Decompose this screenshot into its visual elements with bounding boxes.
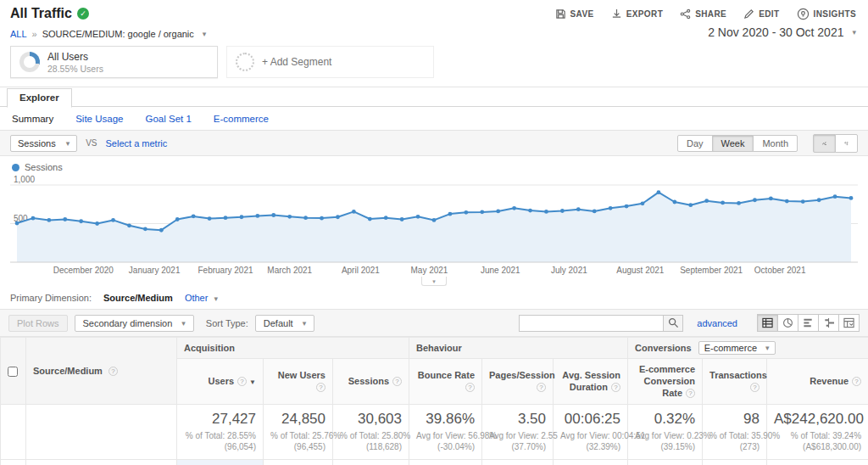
tab-explorer[interactable]: Explorer — [7, 88, 72, 108]
chevron-down-icon: ▾ — [66, 139, 70, 148]
date-range-selector[interactable]: 2 Nov 2020 - 30 Oct 2021 ▾ — [708, 25, 856, 39]
primary-dimension-label: Primary Dimension: — [10, 293, 92, 303]
cell-sessions: 30,603(100.00%) — [333, 460, 409, 465]
granularity-month-button[interactable]: Month — [753, 135, 798, 152]
column-pages-session[interactable]: Pages/Session? — [482, 359, 554, 405]
app-header: All Traffic ✓ SAVE EXPORT SHARE EDIT INS… — [0, 0, 868, 24]
svg-text:October 2021: October 2021 — [754, 266, 806, 275]
performance-view-button[interactable] — [798, 314, 819, 332]
primary-dimension-row: Primary Dimension: Source/Medium Other ▾ — [0, 286, 868, 309]
edit-button[interactable]: EDIT — [743, 8, 779, 20]
column-avg-session-duration[interactable]: Avg. Session Duration? — [554, 359, 628, 405]
svg-text:May 2021: May 2021 — [411, 266, 448, 275]
table-view-toggle — [758, 314, 860, 332]
chevron-down-icon: ▾ — [765, 344, 770, 352]
dimension-column-header[interactable]: Source/Medium ? — [26, 338, 177, 405]
segment-all-users[interactable]: All Users 28.55% Users — [10, 46, 218, 78]
subtab-ecommerce[interactable]: E-commerce — [214, 114, 269, 124]
pivot-icon — [843, 317, 854, 328]
metric-group-header-row: Source/Medium ? Acquisition Behaviour Co… — [1, 338, 868, 359]
annotations-collapse-button[interactable]: ▾ — [421, 277, 447, 286]
help-icon[interactable]: ? — [611, 383, 620, 392]
insights-button[interactable]: INSIGHTS — [797, 8, 856, 20]
total-users: 27,427 % of Total: 28.55% (96,054) — [177, 405, 264, 460]
sessions-chart[interactable]: 5001,000December 2020January 2021Februar… — [0, 172, 868, 277]
help-icon[interactable]: ? — [852, 377, 861, 386]
add-segment-button[interactable]: + Add Segment — [226, 46, 434, 78]
subtab-site-usage[interactable]: Site Usage — [75, 114, 123, 124]
column-transactions[interactable]: Transactions? — [703, 359, 767, 405]
column-bounce-rate[interactable]: Bounce Rate? — [409, 359, 482, 405]
svg-text:July 2021: July 2021 — [551, 266, 587, 275]
cell-users: 27,427(100.00%) — [177, 460, 264, 465]
column-sessions[interactable]: Sessions? — [333, 359, 409, 405]
column-revenue[interactable]: Revenue? — [767, 359, 868, 405]
breadcrumb-current[interactable]: SOURCE/MEDIUM: google / organic — [42, 29, 194, 39]
pivot-view-button[interactable] — [838, 314, 860, 332]
save-icon — [555, 8, 566, 20]
table-view-button[interactable] — [757, 314, 778, 332]
comparison-view-button[interactable] — [818, 314, 839, 332]
advanced-search-link[interactable]: advanced — [697, 318, 737, 328]
select-metric-link[interactable]: Select a metric — [106, 138, 168, 148]
cell-avg-session-duration: 00:06:25 — [554, 460, 628, 465]
metric-selector[interactable]: Sessions ▾ — [10, 135, 77, 152]
svg-text:February 2021: February 2021 — [198, 266, 253, 275]
secondary-dimension-button[interactable]: Secondary dimension ▾ — [75, 315, 194, 332]
select-all-checkbox[interactable] — [8, 367, 18, 377]
motion-chart-icon — [844, 138, 849, 148]
help-icon[interactable]: ? — [316, 383, 326, 392]
help-icon[interactable]: ? — [108, 367, 118, 376]
row-dimension-cell: 1. google / organic — [26, 460, 177, 465]
primary-dimension-selected[interactable]: Source/Medium — [103, 293, 173, 303]
plot-rows-button[interactable]: Plot Rows — [8, 315, 68, 332]
conversions-goal-selector[interactable]: E-commerce ▾ — [698, 341, 776, 355]
column-users[interactable]: Users?▼ — [177, 359, 264, 405]
svg-text:March 2021: March 2021 — [267, 266, 312, 275]
totals-row: 27,427 % of Total: 28.55% (96,054) 24,85… — [1, 405, 868, 460]
help-icon[interactable]: ? — [465, 383, 475, 392]
pie-chart-icon — [782, 317, 793, 328]
svg-text:1,000: 1,000 — [14, 175, 35, 184]
search-input[interactable] — [519, 315, 663, 332]
save-button[interactable]: SAVE — [555, 8, 594, 20]
search-button[interactable] — [663, 315, 683, 332]
help-icon[interactable]: ? — [537, 383, 546, 392]
sort-type-selector[interactable]: Default ▾ — [255, 315, 314, 332]
cell-revenue: A$242,620.00(100.00%) — [767, 460, 868, 465]
group-acquisition: Acquisition — [177, 338, 409, 359]
help-icon[interactable]: ? — [750, 383, 760, 392]
total-revenue: A$242,620.00 % of Total: 39.24% (A$618,3… — [767, 405, 868, 460]
primary-dimension-other[interactable]: Other — [185, 293, 209, 303]
table-row[interactable]: 1. google / organic 27,427(100.00%) 24,8… — [1, 460, 868, 465]
chevron-down-icon: ▾ — [203, 30, 207, 38]
svg-text:April 2021: April 2021 — [342, 266, 380, 275]
total-new-users: 24,850 % of Total: 25.76% (96,455) — [264, 405, 333, 460]
cell-new-users: 24,850(100.00%) — [264, 460, 333, 465]
svg-text:June 2021: June 2021 — [481, 266, 520, 275]
share-button[interactable]: SHARE — [680, 8, 726, 20]
sort-descending-icon: ▼ — [249, 378, 256, 386]
help-icon[interactable]: ? — [686, 389, 695, 398]
breadcrumb-all-link[interactable]: ALL — [10, 29, 27, 39]
export-button[interactable]: EXPORT — [611, 8, 664, 20]
percentage-view-button[interactable] — [777, 314, 798, 332]
comparison-icon — [823, 317, 834, 328]
share-icon — [680, 8, 691, 20]
column-ecommerce-conversion-rate[interactable]: E-commerce Conversion Rate? — [628, 359, 703, 405]
date-range-value: 2 Nov 2020 - 30 Oct 2021 — [708, 25, 843, 39]
line-chart-view-button[interactable] — [813, 134, 836, 153]
edit-icon — [743, 8, 754, 20]
help-icon[interactable]: ? — [237, 377, 247, 386]
group-behaviour: Behaviour — [409, 338, 628, 359]
segments-panel: All Users 28.55% Users + Add Segment — [0, 44, 868, 87]
subtab-summary[interactable]: Summary — [12, 114, 53, 124]
chevron-down-icon: ▾ — [852, 28, 856, 36]
cell-transactions: 98(100.00%) — [703, 460, 767, 465]
granularity-day-button[interactable]: Day — [677, 135, 713, 152]
granularity-week-button[interactable]: Week — [712, 135, 754, 152]
help-icon[interactable]: ? — [392, 377, 402, 386]
column-new-users[interactable]: New Users? — [264, 359, 333, 405]
motion-chart-view-button[interactable] — [835, 134, 858, 153]
subtab-goal-set-1[interactable]: Goal Set 1 — [145, 114, 191, 124]
